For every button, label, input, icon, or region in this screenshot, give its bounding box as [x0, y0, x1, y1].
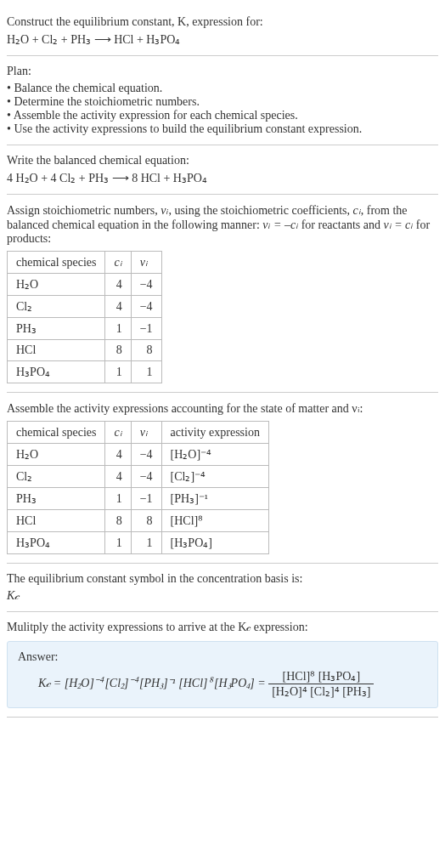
cell-nu: 1 [131, 361, 161, 383]
table-row: H₂O4−4 [8, 274, 162, 296]
cell-activity: [H₂O]⁻⁴ [161, 444, 268, 466]
answer-box: Answer: K𝒸 = [H₂O]⁻⁴ [Cl₂]⁻⁴ [PH₃]⁻¹ [HC… [7, 641, 438, 708]
answer-label: Answer: [18, 650, 427, 664]
table-row: H₂O4−4[H₂O]⁻⁴ [8, 444, 269, 466]
cell-species: PH₃ [8, 488, 105, 510]
cell-activity: [HCl]⁸ [161, 510, 268, 532]
col-ci: cᵢ [105, 252, 131, 274]
symbol-section: The equilibrium constant symbol in the c… [7, 564, 438, 612]
balanced-equation: 4 H₂O + 4 Cl₂ + PH₃ ⟶ 8 HCl + H₃PO₄ [7, 171, 438, 185]
cell-species: H₂O [8, 444, 105, 466]
table-row: PH₃1−1 [8, 318, 162, 340]
plan-item: Balance the chemical equation. [7, 82, 438, 95]
plan-section: Plan: Balance the chemical equation. Det… [7, 56, 438, 145]
table-header-row: chemical species cᵢ νᵢ activity expressi… [8, 422, 269, 444]
table-row: HCl88[HCl]⁸ [8, 510, 269, 532]
stoich-section: Assign stoichiometric numbers, νᵢ, using… [7, 195, 438, 393]
plan-list: Balance the chemical equation. Determine… [7, 82, 438, 136]
table-row: H₃PO₄11 [8, 361, 162, 383]
cell-nu: 8 [131, 510, 161, 532]
activity-lead: Assemble the activity expressions accoun… [7, 401, 438, 416]
cell-species: H₂O [8, 274, 105, 296]
multiply-lead: Mulitply the activity expressions to arr… [7, 621, 438, 634]
cell-ci: 1 [105, 532, 131, 554]
activity-table: chemical species cᵢ νᵢ activity expressi… [7, 421, 269, 554]
balanced-lead: Write the balanced chemical equation: [7, 154, 438, 167]
stoich-lead: Assign stoichiometric numbers, νᵢ, using… [7, 203, 438, 246]
col-nu: νᵢ [131, 422, 161, 444]
plan-item: Determine the stoichiometric numbers. [7, 95, 438, 109]
cell-ci: 8 [105, 510, 131, 532]
cell-activity: [PH₃]⁻¹ [161, 488, 268, 510]
cell-nu: −4 [131, 444, 161, 466]
cell-ci: 4 [105, 444, 131, 466]
cell-species: PH₃ [8, 318, 105, 340]
table-row: PH₃1−1[PH₃]⁻¹ [8, 488, 269, 510]
cell-nu: −1 [131, 318, 161, 340]
table-header-row: chemical species cᵢ νᵢ [8, 252, 162, 274]
text: for reactants and [298, 218, 383, 231]
col-species: chemical species [8, 422, 105, 444]
intro-lead: Construct the equilibrium constant, K, e… [7, 15, 438, 29]
cell-species: H₃PO₄ [8, 532, 105, 554]
cell-activity: [Cl₂]⁻⁴ [161, 466, 268, 488]
cell-ci: 4 [105, 274, 131, 296]
intro-equation: H₂O + Cl₂ + PH₃ ⟶ HCl + H₃PO₄ [7, 32, 438, 47]
cell-nu: −4 [131, 274, 161, 296]
plan-item: Assemble the activity expression for eac… [7, 109, 438, 122]
cell-species: Cl₂ [8, 296, 105, 318]
nu-header: νᵢ [140, 256, 148, 269]
cell-species: HCl [8, 340, 105, 361]
table-row: H₃PO₄11[H₃PO₄] [8, 532, 269, 554]
kc-symbol: K𝒸 [7, 589, 438, 603]
kc-lhs: K𝒸 = [H₂O]⁻⁴ [Cl₂]⁻⁴ [PH₃]⁻¹ [HCl]⁸ [H₃P… [38, 677, 268, 689]
cell-ci: 4 [105, 296, 131, 318]
ci-header: cᵢ [114, 256, 121, 269]
col-activity: activity expression [161, 422, 268, 444]
cell-nu: −4 [131, 296, 161, 318]
activity-section: Assemble the activity expressions accoun… [7, 393, 438, 564]
cell-ci: 1 [105, 361, 131, 383]
kc-expression: K𝒸 = [H₂O]⁻⁴ [Cl₂]⁻⁴ [PH₃]⁻¹ [HCl]⁸ [H₃P… [18, 669, 427, 699]
col-ci: cᵢ [105, 422, 131, 444]
cell-nu: 1 [131, 532, 161, 554]
cell-ci: 8 [105, 340, 131, 361]
ci-symbol: cᵢ [353, 204, 361, 217]
cell-ci: 4 [105, 466, 131, 488]
intro-section: Construct the equilibrium constant, K, e… [7, 7, 438, 56]
col-species: chemical species [8, 252, 105, 274]
relation-reactants: νᵢ = –cᵢ [262, 218, 298, 231]
table-row: Cl₂4−4 [8, 296, 162, 318]
nu-header: νᵢ [140, 426, 148, 439]
multiply-section: Mulitply the activity expressions to arr… [7, 612, 438, 718]
cell-species: H₃PO₄ [8, 361, 105, 383]
fraction-denominator: [H₂O]⁴ [Cl₂]⁴ [PH₃] [268, 684, 374, 699]
cell-ci: 1 [105, 318, 131, 340]
stoich-table: chemical species cᵢ νᵢ H₂O4−4 Cl₂4−4 PH₃… [7, 251, 162, 383]
text: Assign stoichiometric numbers, [7, 204, 161, 217]
cell-nu: 8 [131, 340, 161, 361]
kc-fraction: [HCl]⁸ [H₃PO₄][H₂O]⁴ [Cl₂]⁴ [PH₃] [268, 669, 374, 699]
cell-nu: −4 [131, 466, 161, 488]
cell-ci: 1 [105, 488, 131, 510]
plan-item: Use the activity expressions to build th… [7, 122, 438, 136]
text: , using the stoichiometric coefficients, [168, 204, 352, 217]
table-row: HCl88 [8, 340, 162, 361]
intro-lead-text: Construct the equilibrium constant, K, e… [7, 15, 263, 28]
balanced-section: Write the balanced chemical equation: 4 … [7, 145, 438, 195]
cell-species: HCl [8, 510, 105, 532]
plan-title: Plan: [7, 65, 438, 78]
cell-species: Cl₂ [8, 466, 105, 488]
table-row: Cl₂4−4[Cl₂]⁻⁴ [8, 466, 269, 488]
symbol-lead: The equilibrium constant symbol in the c… [7, 572, 438, 586]
relation-products: νᵢ = cᵢ [383, 218, 413, 231]
ci-header: cᵢ [114, 426, 121, 439]
cell-nu: −1 [131, 488, 161, 510]
col-nu: νᵢ [131, 252, 161, 274]
fraction-numerator: [HCl]⁸ [H₃PO₄] [268, 669, 374, 684]
cell-activity: [H₃PO₄] [161, 532, 268, 554]
